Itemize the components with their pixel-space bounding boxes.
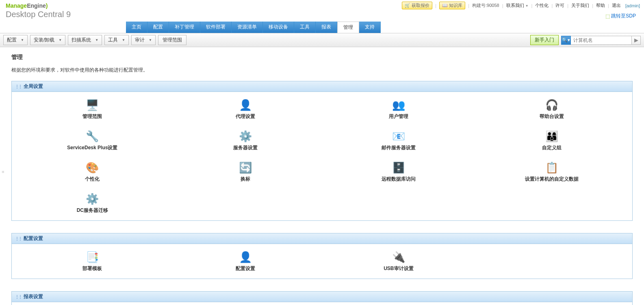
kb-label: 知识库 [449,2,462,9]
panel-body: 📊活动目录报表设置👤用户登录设置 [12,302,632,305]
sub-toolbar-buttons: 配置安装/卸载扫描系统工具审计管理范围 [3,35,186,45]
tile-label: 帮助台设置 [540,113,564,120]
tab-0[interactable]: 主页 [126,22,147,33]
tile-label: ServiceDesk Plus设置 [67,144,117,151]
tab-3[interactable]: 软件部署 [200,22,232,33]
tile-0-0[interactable]: 🖥️管理范围 [20,98,165,120]
license-link[interactable]: 许可 [555,2,564,9]
subtoolbar-5[interactable]: 管理范围 [158,35,186,45]
panel-2: 报表设置📊活动目录报表设置👤用户登录设置 [11,291,633,305]
tile-0-10[interactable]: 🗄️远程数据库访问 [326,161,471,183]
tile-icon: ⚙️ [86,192,99,205]
panel-header: 报表设置 [12,292,632,302]
kb-button[interactable]: 📖 知识库 [439,2,465,9]
tile-0-4[interactable]: 🔧ServiceDesk Plus设置 [20,130,165,151]
tile-icon: 🔌 [392,251,405,264]
tile-icon: 👤 [239,98,252,111]
subtoolbar-4[interactable]: 审计 [131,35,156,45]
tile-label: 管理范围 [82,113,102,120]
getting-started-button[interactable]: 新手入门 [530,35,559,45]
tile-0-2[interactable]: 👥用户管理 [326,98,471,120]
tile-label: 邮件服务器设置 [382,144,416,151]
tile-icon: 👤 [239,251,252,264]
sdp-link[interactable]: ⬚ 跳转至SDP [601,12,640,20]
main-tabs: 主页配置补丁管理软件部署资源清单移动设备工具报表管理支持 [126,22,644,33]
tile-label: 换标 [241,176,250,183]
tab-4[interactable]: 资源清单 [232,22,263,33]
tile-icon: 🎧 [545,98,558,111]
tile-0-12[interactable]: ⚙️DC服务器迁移 [20,192,165,214]
tab-7[interactable]: 报表 [316,22,337,33]
search-input[interactable] [571,36,632,45]
tile-icon: 👥 [392,98,405,111]
tile-0-5[interactable]: ⚙️服务器设置 [173,130,318,151]
tile-icon: 👨‍👩‍👦 [545,130,558,143]
tile-label: 设置计算机的自定义数据 [525,176,579,183]
tile-label: USB审计设置 [384,265,413,272]
tab-8[interactable]: 管理 [337,22,359,33]
page-title: 管理 [11,54,633,61]
panel-header: 全局设置 [12,81,632,92]
panel-1: 配置设置📑部署模板👤配置设置🔌USB审计设置 [11,233,633,279]
tile-label: 服务器设置 [233,144,258,151]
about-link[interactable]: 关于我们 [571,2,589,9]
panel-header: 配置设置 [12,233,632,244]
tab-9[interactable]: 支持 [359,22,381,33]
build-number: 构建号:90058 [472,2,499,9]
tile-0-9[interactable]: 🔄换标 [173,161,318,183]
panel-body: 🖥️管理范围👤代理设置👥用户管理🎧帮助台设置🔧ServiceDesk Plus设… [12,92,632,220]
tab-6[interactable]: 工具 [294,22,316,33]
tile-label: 配置设置 [236,265,255,272]
get-quote-button[interactable]: 🛒 获取报价 [402,2,432,9]
tile-label: 个性化 [85,176,100,183]
subtoolbar-1[interactable]: 安装/卸载 [30,35,65,45]
top-links: 🛒 获取报价 | 📖 知识库 | 构建号:90058 | 联系我们 ▼ | 个性… [402,2,640,9]
get-quote-label: 获取报价 [412,2,429,9]
contact-link[interactable]: 联系我们 ▼ [506,2,529,9]
tab-1[interactable]: 配置 [147,22,169,33]
page-description: 根据您的环境和要求，对软件中使用的各种功能进行配置管理。 [11,67,633,74]
collapse-handle[interactable]: ≡ [1,171,5,173]
contact-label: 联系我们 [506,3,524,8]
tile-icon: 📧 [392,130,405,143]
personalize-link[interactable]: 个性化 [535,2,549,9]
search-go-button[interactable]: ▶ [632,36,641,45]
tile-icon: 🎨 [86,161,99,174]
tile-0-6[interactable]: 📧邮件服务器设置 [326,130,471,151]
help-link[interactable]: 帮助 [596,2,605,9]
subtoolbar-0[interactable]: 配置 [3,35,28,45]
tile-0-11[interactable]: 📋设置计算机的自定义数据 [479,161,624,183]
panel-0: 全局设置🖥️管理范围👤代理设置👥用户管理🎧帮助台设置🔧ServiceDesk P… [11,81,633,221]
logo-brand: ManageEngine) [6,2,71,9]
tile-label: 用户管理 [389,113,408,120]
tile-icon: 🖥️ [86,98,99,111]
search-icon[interactable]: 🔍▾ [561,36,571,45]
top-bar: ManageEngine) Desktop Central 9 🛒 获取报价 |… [0,0,644,22]
sdp-label: 跳转至SDP [611,13,636,20]
tile-1-2[interactable]: 🔌USB审计设置 [326,251,471,272]
tile-label: 远程数据库访问 [382,176,416,183]
subtoolbar-2[interactable]: 扫描系统 [68,35,102,45]
tile-1-1[interactable]: 👤配置设置 [173,251,318,272]
logout-link[interactable]: 退出 [612,2,621,9]
logo: ManageEngine) Desktop Central 9 [4,2,71,22]
search-box: 🔍▾ ▶ [561,36,641,45]
tile-icon: 🗄️ [392,161,405,174]
logo-text-2: Engine [27,2,46,9]
tile-0-1[interactable]: 👤代理设置 [173,98,318,120]
tile-icon: ⚙️ [239,130,252,143]
content-area: 管理 根据您的环境和要求，对软件中使用的各种功能进行配置管理。 全局设置🖥️管理… [0,47,644,305]
tab-2[interactable]: 补丁管理 [169,22,200,33]
tab-5[interactable]: 移动设备 [263,22,294,33]
tile-0-8[interactable]: 🎨个性化 [20,161,165,183]
tile-0-3[interactable]: 🎧帮助台设置 [479,98,624,120]
tile-0-7[interactable]: 👨‍👩‍👦自定义组 [479,130,624,151]
tile-1-0[interactable]: 📑部署模板 [20,251,165,272]
sub-toolbar: 配置安装/卸载扫描系统工具审计管理范围 新手入门 🔍▾ ▶ [0,33,644,47]
tile-icon: 🔧 [86,130,99,143]
tile-label: 部署模板 [82,265,102,272]
tile-label: DC服务器迁移 [77,207,108,214]
tile-label: 代理设置 [236,113,255,120]
logo-text-1: Manage [6,2,27,9]
subtoolbar-3[interactable]: 工具 [104,35,129,45]
